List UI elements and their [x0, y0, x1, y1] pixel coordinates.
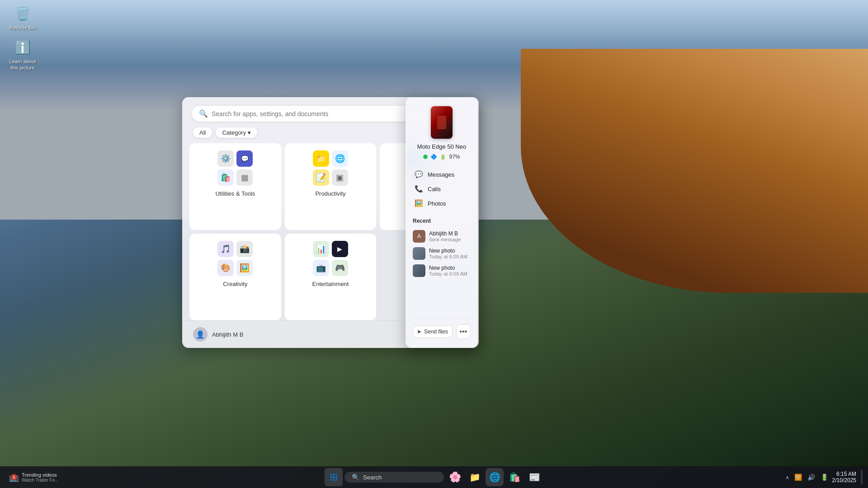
- utilities-label: Utilities & Tools: [215, 190, 255, 197]
- marigold-icon[interactable]: 🌸: [446, 468, 464, 486]
- calls-icon: 📞: [415, 185, 423, 193]
- photos-label: Photos: [428, 200, 446, 207]
- settings-icon: ⚙️: [217, 150, 234, 167]
- category-creativity[interactable]: 🎵 📸 🎨 🖼️ Creativity: [189, 234, 281, 320]
- phone-image: [431, 106, 453, 139]
- clock-time: 6:15 AM: [832, 471, 856, 477]
- clock-date: 2/10/2025: [832, 477, 856, 483]
- taskbar: 📺 1 Trending videos Watch Trailer Fo... …: [0, 466, 868, 488]
- start-button[interactable]: ⊞: [325, 468, 343, 486]
- taskbar-right: ∧ 🛜 🔊 🔋 6:15 AM 2/10/2025: [779, 470, 868, 484]
- battery-icon: 🔋: [440, 154, 446, 160]
- creativity-label: Creativity: [223, 281, 247, 287]
- category-entertainment[interactable]: 📊 ▶ 📺 🎮 Entertainment: [285, 234, 377, 320]
- taskbar-center: ⊞ 🔍 Search 🌸 📁 🌐 🛍️ 📰: [325, 468, 543, 486]
- creativity-icon3: 🎨: [217, 260, 234, 276]
- messages-action[interactable]: 💬 Messages: [413, 167, 471, 182]
- taskbar-search[interactable]: 🔍 Search: [344, 472, 444, 483]
- system-tray: ∧ 🛜 🔊 🔋: [784, 473, 830, 482]
- recent-avatar-photo1: [413, 247, 425, 260]
- photos-icon: 🖼️: [415, 199, 423, 207]
- recent-item-text-photo1: New photo Today at 6:09 AM: [429, 248, 467, 259]
- creativity-icon2: 📸: [236, 241, 253, 257]
- user-name-label: Abhijith M B: [212, 331, 243, 338]
- phone-device-name: Moto Edge 50 Neo: [413, 143, 471, 150]
- edge-icon: 🌐: [332, 150, 348, 167]
- photos-action[interactable]: 🖼️ Photos: [413, 196, 471, 211]
- entertainment-label: Entertainment: [312, 281, 349, 287]
- network-icon[interactable]: 🛜: [793, 473, 803, 482]
- office-icon: ▣: [332, 169, 348, 186]
- system-clock[interactable]: 6:15 AM 2/10/2025: [832, 471, 856, 483]
- recent-item-abhijith[interactable]: A Abhijith M B Sent message: [413, 228, 471, 245]
- file-explorer-icon[interactable]: 📁: [466, 468, 484, 486]
- send-files-label: Send files: [424, 328, 448, 335]
- filter-category-button[interactable]: Category ▾: [216, 127, 257, 138]
- trending-notification[interactable]: 📺 1 Trending videos Watch Trailer Fo...: [5, 471, 62, 483]
- learn-picture-icon: ℹ️: [14, 38, 32, 56]
- entertainment-icons: 📊 ▶ 📺 🎮: [313, 241, 348, 276]
- send-files-icon: ➤: [417, 328, 421, 335]
- ent-icon1: 📊: [313, 241, 329, 257]
- ent-icon3: 📺: [313, 260, 329, 276]
- recent-title-photo1: New photo: [429, 248, 467, 254]
- tray-chevron[interactable]: ∧: [784, 474, 790, 481]
- recent-item-photo2[interactable]: New photo Today at 6:09 AM: [413, 262, 471, 279]
- utilities-icons: ⚙️ 💬 🛍️ ▦: [217, 150, 253, 186]
- ent-icon2: ▶: [332, 241, 348, 257]
- battery-tray-icon[interactable]: 🔋: [819, 473, 830, 482]
- category-productivity[interactable]: 📁 🌐 📝 ▣ Productivity: [285, 143, 377, 230]
- creativity-icon4: 🖼️: [236, 260, 253, 276]
- notification-badge: 1: [11, 474, 17, 480]
- recent-section: Recent A Abhijith M B Sent message New p…: [413, 218, 471, 279]
- recent-title-photo2: New photo: [429, 265, 467, 271]
- creativity-icons: 🎵 📸 🎨 🖼️: [217, 241, 253, 276]
- sticky-icon: 📝: [313, 169, 329, 186]
- trending-label: Trending videos: [22, 472, 58, 478]
- phone-image-container: [413, 106, 471, 139]
- microsoft-store-icon[interactable]: 🛍️: [505, 468, 524, 486]
- folder-icon: 📁: [313, 150, 329, 167]
- recent-avatar-photo2: [413, 264, 425, 277]
- taskbar-left: 📺 1 Trending videos Watch Trailer Fo...: [0, 471, 67, 483]
- recent-sub-abhijith: Sent message: [429, 237, 461, 242]
- trending-text-block: Trending videos Watch Trailer Fo...: [22, 472, 58, 483]
- recent-sub-photo2: Today at 6:09 AM: [429, 271, 467, 277]
- battery-percentage: 97%: [449, 154, 460, 160]
- teams-icon: 💬: [236, 150, 253, 167]
- ent-icon4: 🎮: [332, 260, 348, 276]
- calls-action[interactable]: 📞 Calls: [413, 182, 471, 196]
- phone-status-row: 🔷 🔋 97%: [413, 154, 471, 160]
- search-icon: 🔍: [199, 109, 208, 118]
- messages-icon: 💬: [415, 170, 423, 178]
- send-files-button[interactable]: ➤ Send files: [413, 325, 453, 338]
- taskbar-search-label: Search: [363, 474, 382, 481]
- apps-icon: ▦: [236, 169, 253, 186]
- bluetooth-icon: 🔷: [430, 154, 437, 160]
- more-options-button[interactable]: •••: [456, 324, 471, 339]
- recent-item-photo1[interactable]: New photo Today at 6:09 AM: [413, 245, 471, 262]
- category-utilities[interactable]: ⚙️ 💬 🛍️ ▦ Utilities & Tools: [189, 143, 281, 230]
- learn-picture-label: Learn about this picture: [9, 58, 36, 71]
- recent-avatar-person: A: [413, 230, 425, 243]
- recent-sub-photo1: Today at 6:09 AM: [429, 254, 467, 259]
- store-icon: 🛍️: [217, 169, 234, 186]
- recent-item-text-photo2: New photo Today at 6:09 AM: [429, 265, 467, 277]
- volume-icon[interactable]: 🔊: [806, 473, 816, 482]
- user-avatar: 👤: [193, 327, 208, 342]
- desktop-icon-learn-picture[interactable]: ℹ️ Learn about this picture: [5, 38, 41, 71]
- desktop-icon-recycle-bin[interactable]: 🗑️ Recycle Bin: [5, 5, 41, 31]
- taskbar-search-icon: 🔍: [352, 474, 359, 481]
- filter-all-button[interactable]: All: [193, 127, 212, 138]
- phone-panel: Moto Edge 50 Neo 🔷 🔋 97% 💬 Messages 📞 Ca…: [406, 97, 478, 348]
- show-desktop-button[interactable]: [861, 470, 863, 484]
- news-icon[interactable]: 📰: [525, 468, 543, 486]
- messages-label: Messages: [428, 171, 454, 178]
- recent-item-text: Abhijith M B Sent message: [429, 230, 461, 242]
- creativity-icon1: 🎵: [217, 241, 234, 257]
- calls-label: Calls: [428, 186, 441, 192]
- productivity-icons: 📁 🌐 📝 ▣: [313, 150, 348, 186]
- edge-browser-icon[interactable]: 🌐: [486, 468, 504, 486]
- recent-label: Recent: [413, 218, 471, 224]
- recycle-bin-icon: 🗑️: [14, 5, 32, 23]
